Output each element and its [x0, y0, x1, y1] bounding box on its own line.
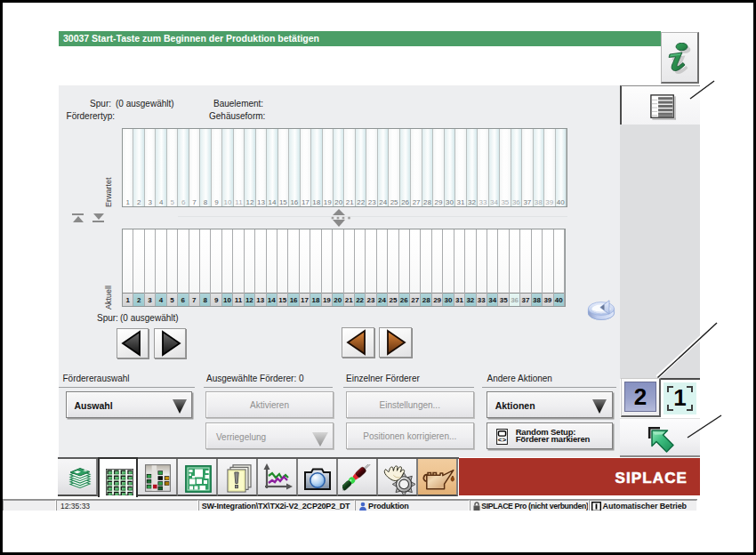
- svg-text:<>: <>: [497, 435, 506, 443]
